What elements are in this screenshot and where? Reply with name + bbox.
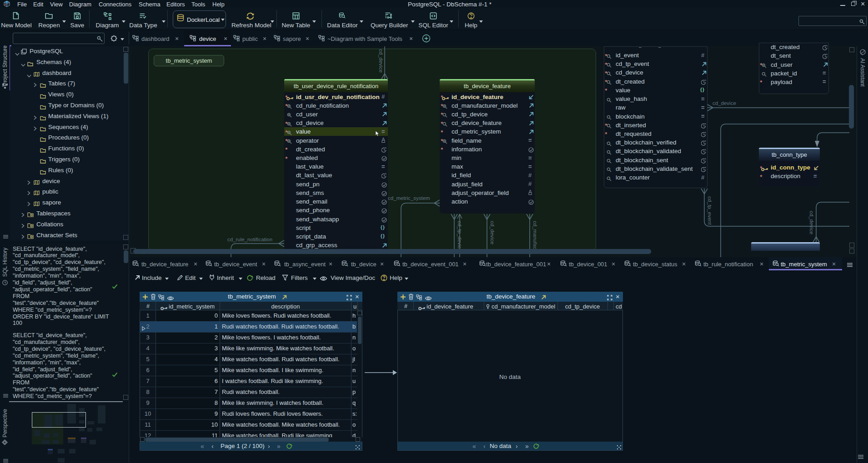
svg-text:cd_device: cd_device <box>490 221 495 244</box>
svg-text:cd_device: cd_device <box>712 100 736 106</box>
svg-text:cd_device: cd_device <box>809 211 814 234</box>
svg-text:cd_manufac: cd_manufac <box>532 221 538 249</box>
svg-text:cd_device: cd_device <box>378 49 384 73</box>
svg-text:cd_rule_notification: cd_rule_notification <box>227 237 272 242</box>
svg-text:cd_tp_devic: cd_tp_devic <box>457 221 462 249</box>
svg-text:cd_metric_system: cd_metric_system <box>388 195 430 201</box>
svg-text:cd_tp_event: cd_tp_event <box>707 196 712 225</box>
